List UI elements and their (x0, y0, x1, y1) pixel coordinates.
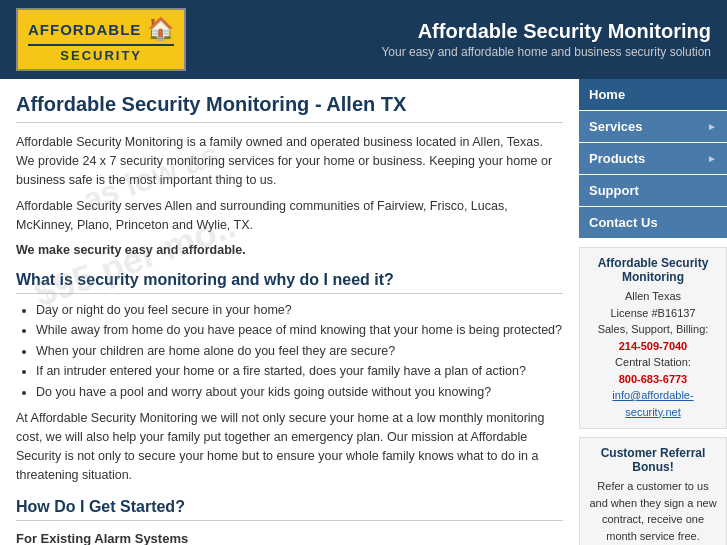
nav-item-contact[interactable]: Contact Us (579, 207, 727, 239)
referral-widget-body: Refer a customer to us and when they sig… (588, 478, 718, 544)
contact-widget-body: Allen Texas License #B16137 Sales, Suppo… (588, 288, 718, 420)
logo-affordable-text: AFFORDABLE (28, 21, 141, 38)
logo-security-text: SECURITY (28, 44, 174, 63)
intro-para-3: We make security easy and affordable. (16, 243, 563, 257)
referral-widget: Customer Referral Bonus! Refer a custome… (579, 437, 727, 545)
subsection1-heading: For Existing Alarm Systems (16, 531, 563, 545)
site-subtitle: Your easy and affordable home and busine… (381, 45, 711, 59)
nav-item-home[interactable]: Home (579, 79, 727, 111)
house-icon: 🏠 (147, 16, 174, 42)
section1-heading: What is security monitoring and why do I… (16, 271, 563, 294)
list-item: Day or night do you feel secure in your … (36, 302, 563, 320)
content-wrapper: as low as $95 per mo.. Affordable Securi… (0, 79, 579, 545)
nav-item-products[interactable]: Products ► (579, 143, 727, 175)
list-item: Do you have a pool and worry about your … (36, 384, 563, 402)
central-phone: 800-683-6773 (619, 373, 688, 385)
page-layout: as low as $95 per mo.. Affordable Securi… (0, 79, 727, 545)
list-item: When your children are home alone do you… (36, 343, 563, 361)
main-content: Affordable Security Monitoring - Allen T… (0, 79, 579, 545)
bullet-list: Day or night do you feel secure in your … (16, 302, 563, 402)
intro-para-2: Affordable Security serves Allen and sur… (16, 197, 563, 235)
nav-menu: Home Services ► Products ► Support Conta… (579, 79, 727, 239)
contact-widget-title: Affordable Security Monitoring (588, 256, 718, 284)
nav-item-support[interactable]: Support (579, 175, 727, 207)
intro-para-1: Affordable Security Monitoring is a fami… (16, 133, 563, 189)
chevron-right-icon: ► (707, 153, 717, 164)
header-title-area: Affordable Security Monitoring Your easy… (381, 20, 711, 59)
page-header: AFFORDABLE 🏠 SECURITY Affordable Securit… (0, 0, 727, 79)
referral-widget-title: Customer Referral Bonus! (588, 446, 718, 474)
contact-widget: Affordable Security Monitoring Allen Tex… (579, 247, 727, 429)
logo[interactable]: AFFORDABLE 🏠 SECURITY (16, 8, 186, 71)
site-title: Affordable Security Monitoring (381, 20, 711, 43)
sidebar: Home Services ► Products ► Support Conta… (579, 79, 727, 545)
page-title: Affordable Security Monitoring - Allen T… (16, 93, 563, 123)
phone-number: 214-509-7040 (619, 340, 688, 352)
email-link[interactable]: info@affordable-security.net (612, 389, 693, 418)
list-item: If an intruder entered your home or a fi… (36, 363, 563, 381)
list-item: While away from home do you have peace o… (36, 322, 563, 340)
section1-para: At Affordable Security Monitoring we wil… (16, 409, 563, 484)
section2-heading: How Do I Get Started? (16, 498, 563, 521)
nav-item-services[interactable]: Services ► (579, 111, 727, 143)
chevron-right-icon: ► (707, 121, 717, 132)
